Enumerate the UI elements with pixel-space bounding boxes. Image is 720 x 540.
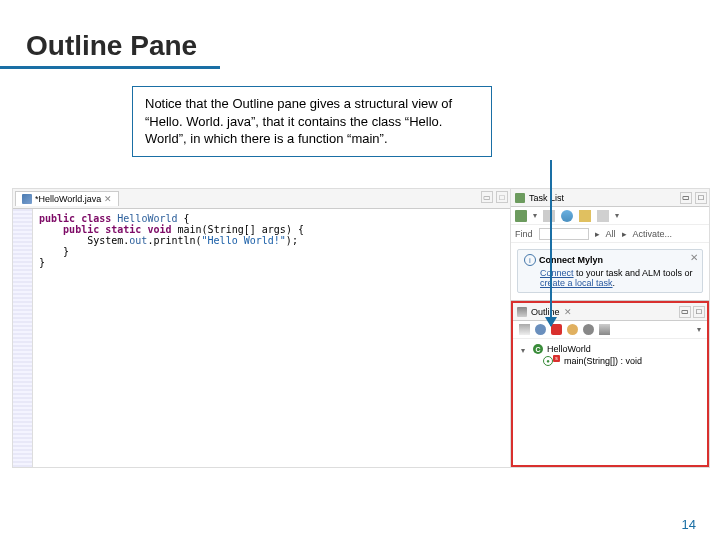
code-text — [39, 224, 63, 235]
field-ref: out — [129, 235, 147, 246]
outline-class-label: HelloWorld — [547, 344, 591, 354]
method-public-icon: ● — [543, 356, 553, 366]
view-menu-icon[interactable]: ▾ — [697, 325, 701, 334]
editor-tab-helloworld[interactable]: *HelloWorld.java ✕ — [15, 191, 119, 206]
close-icon[interactable]: ✕ — [690, 252, 698, 263]
explanation-callout: Notice that the Outline pane gives a str… — [132, 86, 492, 157]
code-text: { — [178, 213, 190, 224]
outline-tree: C HelloWorld ●s main(String[]) : void — [513, 339, 707, 371]
close-icon[interactable]: ✕ — [104, 194, 112, 204]
editor-pane: *HelloWorld.java ✕ ▭ □ public class Hell… — [13, 189, 511, 467]
java-file-icon — [22, 194, 32, 204]
find-input[interactable] — [539, 228, 589, 240]
collapse-all-icon[interactable] — [597, 210, 609, 222]
mylyn-connect-link[interactable]: Connect — [540, 268, 574, 278]
outline-tab[interactable]: Outline ✕ ▭ □ — [513, 303, 707, 321]
editor-tabbar: *HelloWorld.java ✕ ▭ □ — [13, 189, 510, 209]
hide-localtypes-icon[interactable] — [583, 324, 594, 335]
tasklist-icon — [515, 193, 525, 203]
outline-method-label: main(String[]) : void — [564, 356, 642, 366]
keyword: public — [39, 213, 75, 224]
class-name: HelloWorld — [117, 213, 177, 224]
code-content[interactable]: public class HelloWorld { public static … — [33, 209, 310, 467]
static-badge-icon: s — [553, 355, 560, 362]
editor-ruler — [13, 209, 33, 467]
all-filter-label[interactable]: All — [606, 229, 616, 239]
mylyn-text: to your task and ALM tools or — [574, 268, 693, 278]
mylyn-title: Connect Mylyn — [539, 255, 603, 265]
editor-body: public class HelloWorld { public static … — [13, 209, 510, 467]
keyword: void — [147, 224, 171, 235]
close-icon[interactable]: ✕ — [564, 307, 572, 317]
arrow-right-icon[interactable]: ▸ — [595, 229, 600, 239]
outline-toolbar: ▾ — [513, 321, 707, 339]
mylyn-connect-callout: ✕ i Connect Mylyn Connect to your task a… — [517, 249, 703, 293]
find-label: Find — [515, 229, 533, 239]
code-text: System. — [39, 235, 129, 246]
outline-icon — [517, 307, 527, 317]
code-text: } — [39, 246, 69, 257]
keyword: class — [81, 213, 111, 224]
arrow-indicator — [550, 160, 552, 326]
maximize-icon[interactable]: □ — [496, 191, 508, 203]
keyword: public — [63, 224, 99, 235]
code-text: .println( — [147, 235, 201, 246]
task-sync-icon[interactable] — [579, 210, 591, 222]
code-text: main(String[] args) { — [172, 224, 304, 235]
code-text: } — [39, 257, 45, 268]
minimize-icon[interactable]: ▭ — [679, 306, 691, 318]
code-text: ); — [286, 235, 298, 246]
dropdown-icon[interactable]: ▾ — [533, 211, 537, 220]
activate-label[interactable]: Activate... — [633, 229, 673, 239]
string-literal: "Hello World!" — [202, 235, 286, 246]
outline-tab-label: Outline — [531, 307, 560, 317]
hide-nonpublic-icon[interactable] — [567, 324, 578, 335]
editor-tab-label: *HelloWorld.java — [35, 194, 101, 204]
sort-icon[interactable] — [519, 324, 530, 335]
task-refresh-icon[interactable] — [561, 210, 573, 222]
tasklist-tab[interactable]: Task List ▭ □ — [511, 189, 709, 207]
new-task-icon[interactable] — [515, 210, 527, 222]
task-category-icon[interactable] — [543, 210, 555, 222]
outline-class-node[interactable]: C HelloWorld — [521, 343, 699, 355]
minimize-icon[interactable]: ▭ — [680, 192, 692, 204]
focus-active-icon[interactable] — [599, 324, 610, 335]
outline-method-node[interactable]: ●s main(String[]) : void — [521, 355, 699, 367]
info-icon: i — [524, 254, 536, 266]
eclipse-window: *HelloWorld.java ✕ ▭ □ public class Hell… — [12, 188, 710, 468]
arrow-right-icon[interactable]: ▸ — [622, 229, 627, 239]
minimize-icon[interactable]: ▭ — [481, 191, 493, 203]
editor-minmax-controls: ▭ □ — [481, 191, 508, 203]
keyword: static — [105, 224, 141, 235]
expand-icon[interactable] — [521, 345, 529, 353]
tasklist-toolbar: ▾ ▾ — [511, 207, 709, 225]
view-menu-icon[interactable]: ▾ — [615, 211, 619, 220]
class-icon: C — [533, 344, 543, 354]
slide-title: Outline Pane — [0, 0, 220, 69]
right-column: Task List ▭ □ ▾ ▾ Find ▸ All ▸ — [511, 189, 709, 467]
tasklist-filter-row: Find ▸ All ▸ Activate... — [511, 225, 709, 243]
mylyn-text: . — [613, 278, 616, 288]
tasklist-tab-label: Task List — [529, 193, 564, 203]
outline-pane: Outline ✕ ▭ □ ▾ C HelloW — [511, 301, 709, 467]
page-number: 14 — [682, 517, 696, 532]
maximize-icon[interactable]: □ — [695, 192, 707, 204]
tasklist-pane: Task List ▭ □ ▾ ▾ Find ▸ All ▸ — [511, 189, 709, 301]
maximize-icon[interactable]: □ — [693, 306, 705, 318]
